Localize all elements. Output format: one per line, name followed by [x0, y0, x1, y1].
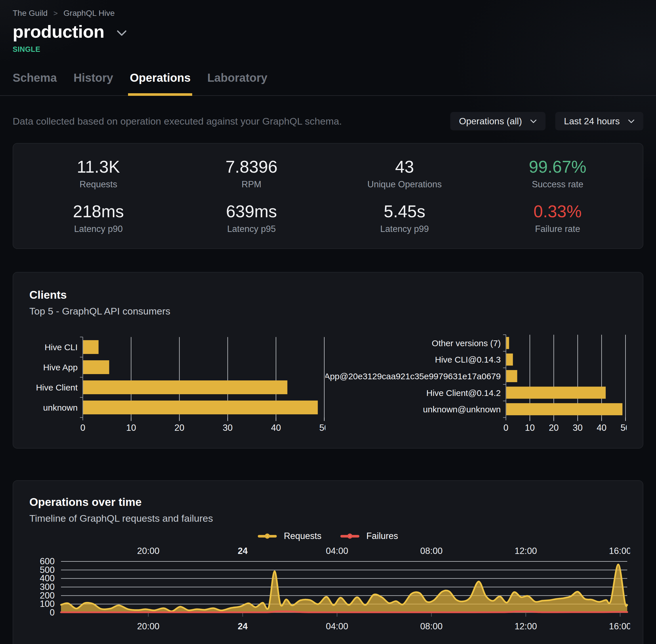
breadcrumb-org-link[interactable]: The Guild: [13, 9, 47, 18]
bar-hive-cli[interactable]: [83, 340, 99, 354]
clients-by-version-chart[interactable]: Other versions (7)Hive CLI@0.14.3Hive Ap…: [325, 334, 627, 431]
x-tick-label: 20: [174, 423, 184, 431]
x-tick-label-top: 08:00: [420, 547, 443, 556]
stat-rpm: 7.8396 RPM: [175, 159, 328, 189]
chart-legend: Requests Failures: [29, 531, 627, 541]
bar-label-hive-cli: Hive CLI: [45, 342, 78, 352]
page-header: The Guild > GraphQL Hive production SING…: [0, 0, 656, 53]
bar-other-versions-7[interactable]: [506, 337, 509, 349]
x-tick-label: 0: [80, 423, 85, 431]
tab-schema[interactable]: Schema: [13, 71, 57, 95]
legend-item-requests[interactable]: Requests: [258, 531, 321, 541]
stat-latency-p95-value: 639ms: [175, 203, 328, 220]
page-title: production: [13, 21, 104, 42]
x-tick-label: 50: [319, 423, 325, 431]
clients-card-subtitle: Top 5 - GraphQL API consumers: [29, 306, 627, 317]
tab-operations[interactable]: Operations: [130, 71, 190, 95]
x-tick-label-bottom: 16:00: [609, 621, 630, 631]
bar-label-hive-app-20e3129caa921c35e9979631e17a0679: Hive App@20e3129caa921c35e9979631e17a067…: [325, 371, 501, 381]
operations-filter-value: Operations (all): [459, 116, 522, 127]
y-tick-label: 600: [40, 556, 55, 566]
operations-card-subtitle: Timeline of GraphQL requests and failure…: [29, 513, 627, 524]
x-tick-label: 50: [620, 423, 627, 431]
bar-hive-app[interactable]: [83, 360, 109, 374]
breadcrumb: The Guild > GraphQL Hive: [13, 9, 643, 18]
x-tick-label-top: 20:00: [137, 547, 160, 556]
bar-unknown-unknown[interactable]: [506, 403, 622, 415]
x-tick-label-bottom: 04:00: [326, 621, 348, 631]
requests-legend-marker: [258, 535, 277, 537]
stat-success-rate-value: 99.67%: [481, 159, 634, 176]
bar-label-hive-client-0-14-2: Hive Client@0.14.2: [426, 388, 501, 398]
description-text: Data collected based on operation execut…: [13, 116, 342, 127]
clients-by-name-chart[interactable]: Hive CLIHive AppHive Clientunknown010203…: [29, 334, 325, 431]
stat-latency-p99: 5.45s Latency p99: [328, 203, 481, 233]
legend-item-failures[interactable]: Failures: [341, 531, 398, 541]
stats-summary-card: 11.3K Requests 7.8396 RPM 43 Unique Oper…: [13, 143, 643, 249]
breadcrumb-separator: >: [53, 9, 57, 18]
chevron-down-icon[interactable]: [117, 30, 127, 37]
requests-legend-label: Requests: [284, 531, 321, 541]
x-tick-label-top: 24: [238, 547, 248, 556]
bar-hive-app-20e3129caa921c35e9979631e17a0679[interactable]: [506, 370, 517, 382]
stat-rpm-label: RPM: [175, 180, 328, 189]
bar-label-hive-client: Hive Client: [36, 383, 78, 392]
stat-latency-p90-value: 218ms: [22, 203, 175, 220]
x-tick-label-top: 04:00: [326, 547, 348, 556]
bar-hive-cli-0-14-3[interactable]: [506, 353, 513, 365]
bar-unknown[interactable]: [83, 400, 318, 414]
x-tick-label: 10: [525, 423, 535, 431]
filter-row: Data collected based on operation execut…: [13, 112, 643, 130]
tab-laboratory[interactable]: Laboratory: [207, 71, 267, 95]
stat-failure-rate-value: 0.33%: [481, 203, 634, 220]
failures-line: [61, 612, 627, 612]
operations-filter-dropdown[interactable]: Operations (all): [450, 112, 545, 130]
requests-area: [61, 564, 627, 613]
operations-card-title: Operations over time: [29, 496, 627, 508]
stat-failure-rate-label: Failure rate: [481, 225, 634, 233]
stat-latency-p99-value: 5.45s: [328, 203, 481, 220]
x-tick-label-top: 16:00: [609, 547, 630, 556]
stat-latency-p99-label: Latency p99: [328, 225, 481, 233]
x-tick-label: 0: [503, 423, 509, 431]
clients-card-title: Clients: [29, 289, 627, 301]
operations-timeline-chart[interactable]: 010020030040050060020:0020:00242404:0004…: [29, 547, 630, 633]
bar-label-hive-cli-0-14-3: Hive CLI@0.14.3: [435, 355, 501, 364]
stat-latency-p90-label: Latency p90: [22, 225, 175, 233]
bar-label-unknown-unknown: unknown@unknown: [423, 405, 501, 414]
breadcrumb-project-link[interactable]: GraphQL Hive: [64, 9, 115, 18]
stat-success-rate-label: Success rate: [481, 180, 634, 189]
failures-legend-label: Failures: [366, 531, 398, 541]
x-tick-label-bottom: 20:00: [137, 621, 160, 631]
x-tick-label: 30: [573, 423, 583, 431]
period-filter-dropdown[interactable]: Last 24 hours: [555, 112, 643, 130]
bar-label-other-versions-7: Other versions (7): [432, 338, 501, 348]
bar-hive-client[interactable]: [83, 381, 287, 394]
stat-success-rate: 99.67% Success rate: [481, 159, 634, 189]
period-filter-value: Last 24 hours: [564, 116, 620, 127]
operations-dashboard-page: The Guild > GraphQL Hive production SING…: [0, 0, 656, 644]
stat-requests-value: 11.3K: [22, 159, 175, 176]
bar-label-unknown: unknown: [43, 403, 78, 412]
operations-over-time-card: Operations over time Timeline of GraphQL…: [13, 480, 643, 644]
x-tick-label: 40: [597, 423, 607, 431]
x-tick-label: 10: [126, 423, 136, 431]
stat-requests-label: Requests: [22, 180, 175, 189]
stat-unique-operations-label: Unique Operations: [328, 180, 481, 189]
tab-history[interactable]: History: [73, 71, 113, 95]
x-tick-label: 40: [271, 423, 281, 431]
x-tick-label-bottom: 08:00: [420, 621, 443, 631]
tab-bar: Schema History Operations Laboratory: [0, 71, 656, 96]
x-tick-label: 30: [223, 423, 233, 431]
x-tick-label-bottom: 12:00: [515, 621, 537, 631]
x-tick-label-top: 12:00: [515, 547, 537, 556]
stat-rpm-value: 7.8396: [175, 159, 328, 176]
bar-hive-client-0-14-2[interactable]: [506, 387, 606, 399]
stat-failure-rate: 0.33% Failure rate: [481, 203, 634, 233]
target-type-badge: SINGLE: [13, 45, 643, 53]
main-content: Data collected based on operation execut…: [0, 112, 656, 644]
x-tick-label-bottom: 24: [238, 621, 248, 631]
stat-latency-p95-label: Latency p95: [175, 225, 328, 233]
stat-unique-operations: 43 Unique Operations: [328, 159, 481, 189]
x-tick-label: 20: [549, 423, 559, 431]
